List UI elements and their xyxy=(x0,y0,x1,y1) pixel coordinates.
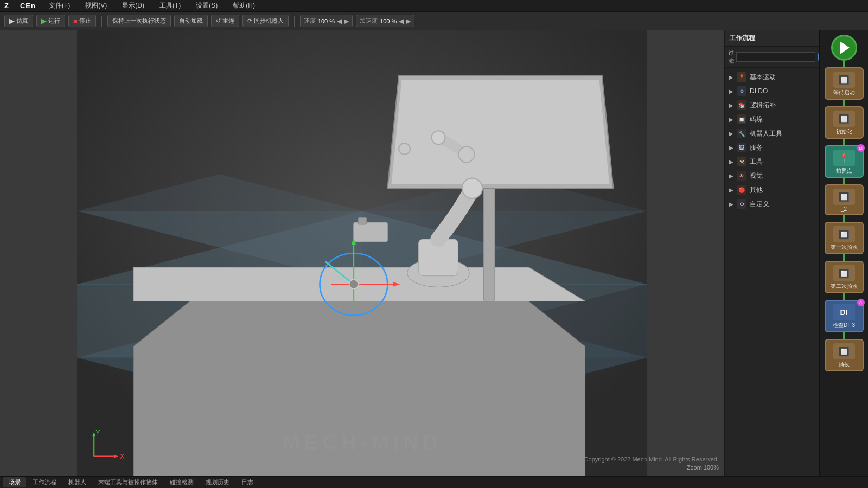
node-second-shot[interactable]: 🔲 第二次拍照 xyxy=(825,261,864,293)
menu-view[interactable]: 视图(V) xyxy=(83,0,109,11)
play-button[interactable] xyxy=(831,35,857,61)
workflow-title: 工作流程 xyxy=(725,30,819,47)
node-first-shot-label: 第一次拍照 xyxy=(828,243,860,251)
connector-5 xyxy=(843,254,845,261)
tree-label-2: 逻辑拓补 xyxy=(750,101,776,110)
simulate-button[interactable]: ▶ 仿真 xyxy=(4,15,33,27)
node-wait-start-label: 等待启动 xyxy=(828,89,860,97)
tree-arrow-3: ▶ xyxy=(729,117,733,123)
keep-state-label: 保持上一次执行状态 xyxy=(112,17,166,25)
filter-row: 过滤 / xyxy=(725,47,819,68)
main-area: X Y MECH-MIND Copyright © 2022 Mech-Mind… xyxy=(0,30,868,476)
connector-6 xyxy=(843,293,845,300)
tree-item-0[interactable]: ▶ 📍 基本运动 xyxy=(725,70,819,84)
node-first-shot-icon: 🔲 xyxy=(833,226,855,242)
node-wait-start[interactable]: 🔲 等待启动 xyxy=(825,67,864,100)
stop-button[interactable]: ■ 停止 xyxy=(68,15,96,27)
svg-rect-29 xyxy=(354,222,387,242)
bottom-tab-1[interactable]: 工作流程 xyxy=(27,477,62,487)
simulate-icon: ▶ xyxy=(9,17,15,25)
bottom-tab-3[interactable]: 末端工具与被操作物体 xyxy=(93,477,163,487)
svg-marker-22 xyxy=(392,80,610,184)
node-check-di-label: 检查DI_3 xyxy=(828,322,860,329)
speed-group: 速度 100 % ◀ ▶ xyxy=(300,15,353,27)
node-check-di[interactable]: 0 DI 检查DI_3 xyxy=(825,300,864,332)
bottom-bar: 场景工作流程机器人末端工具与被操作物体碰撞检测规划历史日志 xyxy=(0,476,868,488)
tree-arrow-7: ▶ xyxy=(729,173,733,179)
svg-point-37 xyxy=(349,280,359,289)
tree-icon-3: 🔲 xyxy=(737,114,746,124)
node-2-label: _2 xyxy=(828,206,860,212)
tree-arrow-2: ▶ xyxy=(729,102,733,108)
tree-icon-7: 👁 xyxy=(737,171,746,181)
node-2-icon: 🔲 xyxy=(833,189,855,205)
viewport[interactable]: X Y MECH-MIND Copyright © 2022 Mech-Mind… xyxy=(0,30,724,476)
svg-marker-15 xyxy=(133,301,585,476)
tree-item-9[interactable]: ▶ ⚙ 自定义 xyxy=(725,197,819,211)
tree-arrow-4: ▶ xyxy=(729,131,733,137)
filter-label: 过滤 xyxy=(728,49,734,65)
keep-state-button[interactable]: 保持上一次执行状态 xyxy=(107,15,171,27)
run-icon: ▶ xyxy=(41,17,47,25)
menu-tools[interactable]: 工具(T) xyxy=(157,0,183,11)
tree-label-0: 基本运动 xyxy=(750,73,776,82)
run-button[interactable]: ▶ 运行 xyxy=(36,15,65,27)
connector-1 xyxy=(843,100,845,106)
tree-item-4[interactable]: ▶ 🔧 机器人工具 xyxy=(725,126,819,140)
tree-item-8[interactable]: ▶ 🔴 其他 xyxy=(725,183,819,197)
tree-label-6: 工具 xyxy=(750,157,763,166)
tree-icon-8: 🔴 xyxy=(737,185,746,195)
tree-item-1[interactable]: ▶ ⚙ DI DO xyxy=(725,84,819,98)
title-bar: Z CEn 文件(F) 视图(V) 显示(D) 工具(T) 设置(S) 帮助(H… xyxy=(0,0,868,12)
svg-point-26 xyxy=(458,146,474,162)
node-insert-label: 插拔 xyxy=(828,361,860,368)
tree-item-3[interactable]: ▶ 🔲 码垛 xyxy=(725,112,819,126)
node-init[interactable]: 🔲 初始化 xyxy=(825,106,864,139)
tree-arrow-1: ▶ xyxy=(729,88,733,94)
node-2[interactable]: 🔲 _2 xyxy=(825,184,864,215)
bottom-tab-2[interactable]: 机器人 xyxy=(63,477,92,487)
bottom-tab-6[interactable]: 日志 xyxy=(236,477,259,487)
speed-increase-icon[interactable]: ▶ xyxy=(344,17,349,25)
bottom-tab-5[interactable]: 规划历史 xyxy=(200,477,235,487)
node-photo-point[interactable]: M 📍 拍照点 xyxy=(825,145,864,178)
node-init-label: 初始化 xyxy=(828,128,860,136)
svg-point-25 xyxy=(462,178,482,198)
tree-item-2[interactable]: ▶ 📚 逻辑拓补 xyxy=(725,98,819,112)
tree-icon-5: 🖼 xyxy=(737,143,746,152)
node-check-di-badge: 0 xyxy=(857,299,865,306)
tree-icon-9: ⚙ xyxy=(737,199,746,209)
sync-robot-button[interactable]: ⟳ 同步机器人 xyxy=(242,15,289,27)
reconnect-label: 重连 xyxy=(222,17,234,25)
tree-item-7[interactable]: ▶ 👁 视觉 xyxy=(725,169,819,183)
filter-input[interactable] xyxy=(736,52,815,62)
menu-display[interactable]: 显示(D) xyxy=(120,0,146,11)
acc-decrease-icon[interactable]: ◀ xyxy=(399,17,404,25)
tree-item-6[interactable]: ▶ ⚒ 工具 xyxy=(725,155,819,169)
tree-icon-2: 📚 xyxy=(737,100,746,110)
speed-decrease-icon[interactable]: ◀ xyxy=(337,17,342,25)
tree-arrow-6: ▶ xyxy=(729,159,733,165)
run-label: 运行 xyxy=(48,17,60,25)
bottom-tab-4[interactable]: 碰撞检测 xyxy=(164,477,199,487)
stop-icon: ■ xyxy=(73,17,78,25)
node-first-shot[interactable]: 🔲 第一次拍照 xyxy=(825,222,864,254)
acc-increase-icon[interactable]: ▶ xyxy=(406,17,411,25)
bottom-tab-0[interactable]: 场景 xyxy=(3,477,26,487)
tree-item-5[interactable]: ▶ 🖼 服务 xyxy=(725,140,819,155)
menu-file[interactable]: 文件(F) xyxy=(47,0,72,11)
node-insert-icon: 🔲 xyxy=(833,343,855,359)
auto-load-button[interactable]: 自动加载 xyxy=(174,15,208,27)
workflow-panel: 工作流程 过滤 / ▶ 📍 基本运动 ▶ ⚙ DI DO ▶ 📚 逻辑拓补 ▶ … xyxy=(724,30,819,476)
tree-arrow-5: ▶ xyxy=(729,145,733,151)
speed-label: 速度 xyxy=(304,17,316,25)
tree-icon-0: 📍 xyxy=(737,72,746,82)
node-insert[interactable]: 🔲 插拔 xyxy=(825,339,864,371)
node-init-icon: 🔲 xyxy=(833,111,855,127)
menu-settings[interactable]: 设置(S) xyxy=(194,0,220,11)
reconnect-button[interactable]: ↺ 重连 xyxy=(211,15,239,27)
tree-label-9: 自定义 xyxy=(750,200,769,209)
sync-robot-icon: ⟳ xyxy=(247,17,252,24)
menu-help[interactable]: 帮助(H) xyxy=(231,0,257,11)
node-photo-point-badge: M xyxy=(857,144,865,152)
